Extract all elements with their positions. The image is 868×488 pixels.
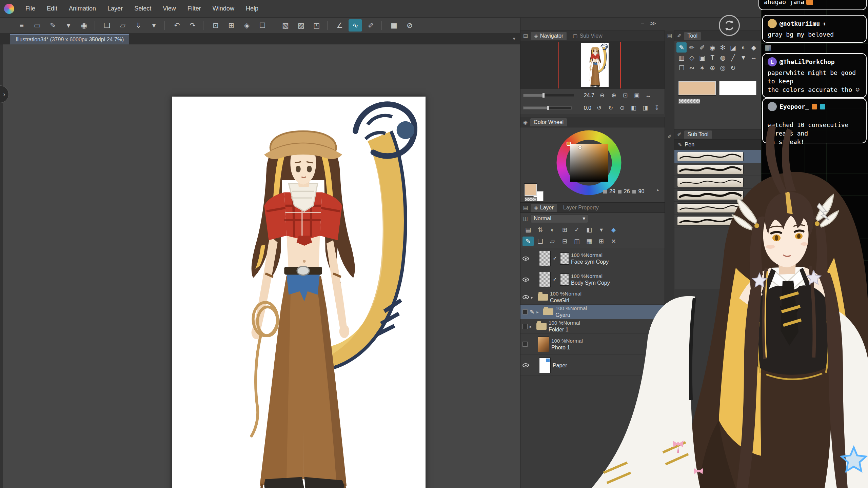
zoom-in-icon[interactable]: ⊕ bbox=[609, 91, 619, 100]
chat-username[interactable]: @notkuriimu bbox=[780, 20, 820, 27]
folder-expand-icon[interactable]: ▸ bbox=[530, 324, 534, 329]
tab-color-wheel[interactable]: Color Wheel bbox=[530, 118, 567, 126]
opacity-icon[interactable]: ◐ bbox=[547, 225, 558, 235]
rotate-right-icon[interactable]: ↻ bbox=[606, 104, 616, 113]
chat-username[interactable]: Eyepoor_ bbox=[780, 103, 809, 110]
snap-to-curve-icon[interactable]: ∿ bbox=[349, 19, 362, 32]
hand-tool-icon[interactable]: ◎ bbox=[718, 63, 728, 73]
new-raster-layer-icon[interactable]: ❏ bbox=[535, 237, 546, 246]
canvas-viewport[interactable] bbox=[3, 44, 520, 488]
deselect-icon[interactable]: ▨ bbox=[294, 19, 308, 32]
folder-icon[interactable] bbox=[536, 323, 547, 330]
chat-username[interactable]: @TheLilPorkChop bbox=[780, 58, 835, 65]
flip-vertical-icon[interactable]: ◨ bbox=[640, 104, 650, 113]
dock-tab-icon[interactable]: ▤ bbox=[667, 33, 672, 39]
visibility-off-box[interactable] bbox=[522, 309, 528, 314]
menu-file[interactable]: File bbox=[20, 0, 41, 18]
figure-tool-icon[interactable]: ◇ bbox=[687, 53, 697, 63]
fit-to-screen-icon[interactable]: ⊡ bbox=[620, 91, 630, 100]
expand-dock-icon[interactable]: ≫ bbox=[650, 20, 656, 27]
zoom-tool-icon[interactable]: ⊕ bbox=[707, 63, 717, 73]
menu-edit[interactable]: Edit bbox=[41, 0, 63, 18]
menu-layer[interactable]: Layer bbox=[102, 0, 129, 18]
grid-icon[interactable]: ▦ bbox=[387, 19, 401, 32]
tab-layer[interactable]: ◈Layer bbox=[531, 204, 557, 212]
material-palette-icon[interactable]: ▦ bbox=[765, 43, 772, 52]
marquee-tool-icon[interactable]: ☐ bbox=[676, 63, 687, 73]
select-area-icon[interactable]: ▧ bbox=[279, 19, 292, 32]
dock-handle-icon[interactable]: ▤ bbox=[523, 33, 528, 39]
merge-down-icon[interactable]: ⊟ bbox=[559, 237, 570, 246]
layer-thumbnail[interactable] bbox=[539, 358, 551, 373]
airbrush-tool-icon[interactable]: ◉ bbox=[707, 42, 717, 53]
blend-tool-icon[interactable]: ◐ bbox=[738, 42, 748, 53]
folder-expand-icon[interactable]: ▸ bbox=[531, 295, 536, 300]
tab-navigator[interactable]: ◈Navigator bbox=[531, 32, 567, 40]
eyedropper-tool-icon[interactable]: ▼ bbox=[738, 53, 748, 63]
invert-selection-icon[interactable]: ◳ bbox=[310, 19, 323, 32]
visibility-eye-icon[interactable] bbox=[522, 295, 529, 299]
brush-tool-icon[interactable]: ✐ bbox=[697, 42, 707, 53]
folder-expand-icon[interactable]: ▸ bbox=[536, 309, 541, 314]
menu-animation[interactable]: Animation bbox=[63, 0, 102, 18]
avatar[interactable] bbox=[768, 19, 777, 28]
reset-rotation-icon[interactable]: ⊙ bbox=[617, 104, 627, 113]
snap-to-ruler-icon[interactable]: ∠ bbox=[333, 19, 347, 32]
new-file-icon[interactable]: ❏ bbox=[100, 19, 114, 32]
undo-icon[interactable]: ↶ bbox=[170, 19, 184, 32]
fill-area-icon[interactable]: ◈ bbox=[240, 19, 254, 32]
zoom-slider[interactable] bbox=[523, 94, 574, 97]
transparent-color-chip[interactable] bbox=[525, 197, 537, 201]
pen-pressure-dropdown-icon[interactable]: ▾ bbox=[62, 19, 75, 32]
layer-thumbnail[interactable] bbox=[539, 251, 551, 266]
avatar[interactable]: L bbox=[768, 57, 777, 66]
visibility-off-box[interactable] bbox=[522, 342, 528, 347]
save-dropdown-icon[interactable]: ▾ bbox=[147, 19, 161, 32]
wand-tool-icon[interactable]: ✶ bbox=[697, 63, 707, 73]
folder-icon[interactable] bbox=[543, 308, 553, 315]
zoom-out-icon[interactable]: ⊖ bbox=[597, 91, 607, 100]
tab-list-chevron-icon[interactable]: ▾ bbox=[513, 36, 515, 42]
balloon-tool-icon[interactable]: ◍ bbox=[718, 53, 728, 63]
transfer-down-icon[interactable]: ⇅ bbox=[535, 225, 546, 235]
navigator-preview[interactable] bbox=[520, 41, 665, 89]
visibility-eye-icon[interactable] bbox=[522, 363, 529, 367]
tab-sub-view[interactable]: ▢Sub View bbox=[569, 32, 606, 40]
menu-window[interactable]: Window bbox=[207, 0, 240, 18]
blend-combine-icon[interactable]: ▤ bbox=[522, 225, 534, 235]
new-folder-icon[interactable]: ▱ bbox=[547, 237, 558, 246]
transparent-color-chip[interactable] bbox=[678, 99, 700, 104]
draft-layer-icon[interactable]: ✎ bbox=[522, 237, 534, 246]
rotate-left-icon[interactable]: ↺ bbox=[594, 104, 604, 113]
flip-horizontal-icon[interactable]: ◧ bbox=[629, 104, 639, 113]
layer-check-icon[interactable]: ✓ bbox=[553, 255, 558, 262]
chat-message-porkchop[interactable]: L @TheLilPorkChop paperwhite might be go… bbox=[762, 53, 867, 98]
layer-mask-thumbnail[interactable] bbox=[560, 273, 569, 286]
decoration-tool-icon[interactable]: ✻ bbox=[718, 42, 728, 53]
pen-tool-icon[interactable]: ✎ bbox=[676, 42, 687, 53]
dock-handle-icon[interactable]: ▤ bbox=[523, 205, 528, 211]
reset-view-icon[interactable]: ↧ bbox=[652, 104, 662, 113]
menu-help[interactable]: Help bbox=[240, 0, 264, 18]
symmetry-icon[interactable]: ⊘ bbox=[403, 19, 416, 32]
view-mode-icon[interactable]: ◉ bbox=[77, 19, 91, 32]
mesh-transform-icon[interactable]: ⊞ bbox=[224, 19, 238, 32]
layer-thumbnail[interactable] bbox=[539, 272, 551, 287]
lasso-tool-icon[interactable]: ∾ bbox=[687, 63, 697, 73]
hue-marker[interactable] bbox=[567, 142, 571, 146]
open-file-icon[interactable]: ▱ bbox=[116, 19, 130, 32]
line-tool-icon[interactable]: ╱ bbox=[728, 53, 738, 63]
layer-check-icon[interactable]: ✓ bbox=[553, 276, 558, 283]
rotation-slider[interactable] bbox=[523, 106, 572, 109]
frame-tool-icon[interactable]: ▣ bbox=[697, 53, 707, 63]
rotate-view-tool-icon[interactable]: ↻ bbox=[728, 63, 738, 73]
visibility-eye-icon[interactable] bbox=[522, 278, 529, 282]
main-color-swatch[interactable] bbox=[525, 184, 537, 196]
menu-select[interactable]: Select bbox=[129, 0, 157, 18]
lock-grid-icon[interactable]: ⊞ bbox=[559, 225, 570, 235]
sub-color-swatch[interactable] bbox=[719, 81, 756, 95]
fit-width-icon[interactable]: ↔ bbox=[643, 91, 653, 100]
chat-message-clipped[interactable]: ahegao jana bbox=[758, 0, 867, 10]
pen-pressure-icon[interactable]: ✎ bbox=[46, 19, 60, 32]
visibility-off-box[interactable] bbox=[522, 324, 528, 329]
